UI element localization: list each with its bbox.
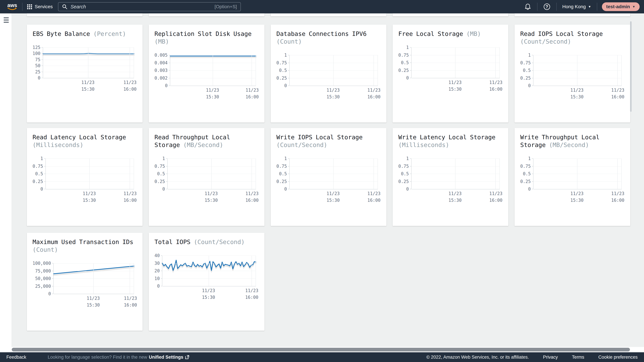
y-axis-tick [288, 166, 289, 166]
menu-hamburger-button[interactable] [4, 17, 9, 24]
footer: Feedback Looking for language selection?… [0, 352, 644, 362]
metric-chart[interactable]: 10.750.50.250 11/2315:3011/2316:00 [398, 47, 502, 95]
y-axis-tick [52, 294, 53, 294]
y-tick-label: 100,000 [32, 261, 51, 266]
metric-chart[interactable]: 10.750.50.250 11/2315:3011/2316:00 [276, 159, 381, 206]
x-axis-labels: 11/2315:3011/2316:00 [289, 191, 378, 206]
plot-area [533, 55, 622, 86]
gridline-vertical [90, 159, 90, 189]
gridline-vertical [374, 159, 374, 189]
metric-title-text: Replication Slot Disk Usage [154, 30, 252, 37]
y-tick-label: 1 [162, 156, 165, 161]
y-axis-tick [410, 70, 411, 70]
x-tick-label: 11/2316:00 [124, 296, 137, 307]
privacy-link[interactable]: Privacy [543, 355, 558, 360]
gridline-horizontal [162, 263, 256, 264]
metric-unit-text: (Count) [32, 246, 58, 253]
metric-card: EBS Byte Balance (Percent) 1251007550250… [27, 25, 142, 122]
y-tick-label: 50,000 [35, 276, 51, 281]
y-axis-tick [52, 286, 53, 286]
y-axis-tick [532, 166, 533, 166]
region-selector[interactable]: Hong Kong ▼ [561, 4, 592, 9]
help-button[interactable]: ? [542, 2, 552, 11]
gridline-horizontal [534, 189, 622, 189]
metric-chart[interactable]: 1251007550250 11/2315:3011/2316:00 [32, 47, 137, 95]
gridline-vertical [455, 47, 456, 78]
terms-link[interactable]: Terms [572, 355, 584, 360]
gridline-horizontal [54, 263, 134, 264]
metric-chart[interactable]: 0.0050.0040.0030.0020 11/2315:3011/2316:… [154, 55, 259, 103]
metric-chart[interactable]: 10.750.50.250 11/2315:3011/2316:00 [520, 159, 624, 206]
unified-settings-link[interactable]: Unified Settings [149, 355, 189, 360]
y-axis-tick [532, 85, 533, 86]
notifications-bell-button[interactable] [523, 2, 532, 11]
aws-logo[interactable]: aws [7, 3, 18, 10]
metric-chart[interactable]: 10.750.50.250 11/2315:3011/2316:00 [398, 159, 502, 206]
y-tick-label: 0.75 [520, 164, 531, 169]
x-tick-label: 11/2316:00 [245, 289, 258, 300]
gridline-horizontal [412, 189, 500, 189]
metric-chart[interactable]: 10.750.50.250 11/2315:3011/2316:00 [32, 159, 137, 206]
metric-card-row: Read Latency Local Storage (Milliseconds… [27, 128, 630, 226]
metric-title-text: Total IOPS [154, 239, 194, 245]
topbar-divider [22, 3, 22, 11]
y-axis-tick [288, 85, 289, 86]
y-tick-label: 10 [154, 276, 160, 281]
y-tick-label: 75,000 [35, 269, 51, 273]
metric-title-text: EBS Byte Balance [32, 30, 93, 37]
y-tick-label: 50 [35, 63, 40, 68]
y-tick-label: 1 [528, 156, 531, 161]
y-axis-tick [52, 263, 53, 264]
metric-unit-text: (Milliseconds) [398, 141, 449, 148]
metric-chart[interactable]: 403020100 11/2315:3011/2316:00 [154, 256, 259, 304]
metric-chart[interactable]: 10.750.50.250 11/2315:3011/2316:00 [154, 159, 259, 206]
y-axis-tick [161, 286, 162, 286]
y-tick-label: 20 [154, 269, 160, 273]
metric-chart[interactable]: 10.750.50.250 11/2315:3011/2316:00 [276, 55, 381, 103]
y-tick-label: 0.004 [154, 60, 168, 65]
y-axis-tick [168, 55, 170, 55]
x-tick-label: 11/2316:00 [368, 88, 380, 99]
metric-title: Read IOPS Local Storage (Count/Second) [520, 30, 624, 45]
gridline-horizontal [412, 63, 500, 63]
x-tick-label: 11/2315:30 [570, 191, 584, 202]
gridline-vertical [617, 159, 618, 189]
x-axis-labels: 11/2315:3011/2316:00 [46, 191, 134, 206]
gridline-vertical [256, 55, 256, 86]
gridline-vertical [621, 55, 622, 86]
vertical-scrollbar-thumb[interactable] [630, 21, 632, 112]
metric-card: Database Connections IPV6 (Count) 10.750… [271, 25, 386, 122]
user-menu[interactable]: test-admin ▼ [602, 2, 640, 11]
metric-unit-text: (Percent) [93, 30, 126, 37]
horizontal-scrollbar-thumb[interactable] [12, 348, 630, 352]
gridline-vertical [496, 159, 496, 189]
gridline-vertical [500, 159, 500, 189]
horizontal-scrollbar-track[interactable] [0, 347, 644, 352]
y-tick-label: 0.25 [520, 179, 531, 184]
cookie-preferences-link[interactable]: Cookie preferences [598, 355, 638, 360]
search-input[interactable] [70, 4, 214, 9]
metric-card-row: EBS Byte Balance (Percent) 1251007550250… [27, 25, 630, 122]
metric-chart[interactable]: 100,00075,00050,00025,0000 11/2315:3011/… [32, 263, 137, 311]
search-box[interactable]: [Option+S] [58, 2, 241, 11]
x-tick-label: 11/2315:30 [206, 88, 219, 99]
metric-chart[interactable]: 10.750.50.250 11/2315:3011/2316:00 [520, 55, 624, 103]
y-axis-tick [44, 158, 46, 159]
plot-wrap: 11/2315:3011/2316:00 [289, 55, 378, 103]
search-icon [62, 4, 68, 9]
gridline-horizontal [412, 78, 500, 78]
plot-area [411, 159, 500, 189]
gridline-vertical [333, 55, 334, 86]
services-menu-button[interactable]: Services [27, 4, 53, 9]
y-axis-tick [44, 174, 46, 174]
chevron-down-icon: ▼ [632, 5, 635, 8]
y-axis-tick [532, 158, 533, 159]
y-axis-tick [410, 55, 411, 55]
y-axis-tick [42, 72, 43, 72]
plot-area [46, 159, 134, 189]
gridline-horizontal [290, 189, 378, 189]
feedback-link[interactable]: Feedback [6, 355, 26, 360]
plot-wrap: 11/2315:3011/2316:00 [411, 159, 500, 206]
x-tick-label: 11/2315:30 [448, 80, 462, 91]
help-icon: ? [544, 3, 550, 10]
